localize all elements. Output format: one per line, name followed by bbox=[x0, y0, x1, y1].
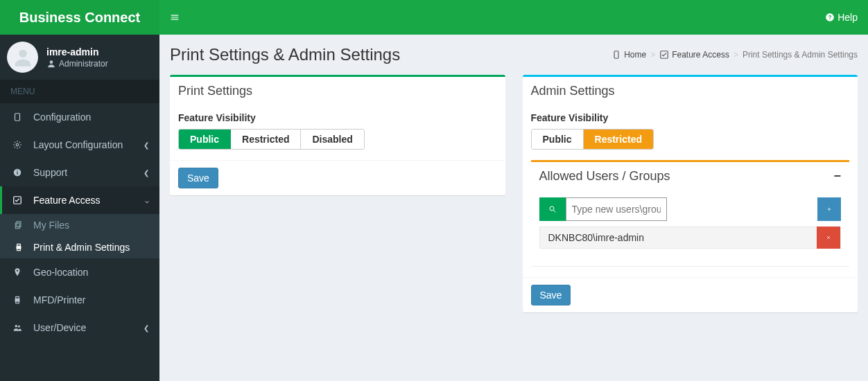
print-visibility-group: Public Restricted Disabled bbox=[178, 129, 365, 150]
allowed-users-box: Allowed Users / Groups − bbox=[531, 160, 850, 267]
admin-settings-box: Admin Settings Feature Visibility Public… bbox=[523, 75, 858, 312]
sidebar-link-layout[interactable]: Layout Configuration ❮ bbox=[0, 131, 159, 159]
chevron-left-icon: ❮ bbox=[144, 324, 149, 332]
print-opt-disabled[interactable]: Disabled bbox=[301, 130, 363, 149]
breadcrumb-section[interactable]: Feature Access bbox=[672, 50, 729, 60]
allowed-users-header: Allowed Users / Groups − bbox=[531, 162, 850, 190]
svg-rect-7 bbox=[17, 172, 17, 175]
svg-rect-13 bbox=[17, 244, 21, 246]
tablet-icon bbox=[12, 112, 26, 122]
info-icon bbox=[12, 168, 26, 177]
sidebar-item-feature-access: Feature Access ⌵ My Files Print & Admin … bbox=[0, 186, 159, 258]
print-opt-public[interactable]: Public bbox=[179, 130, 231, 149]
breadcrumb-sep: > bbox=[734, 50, 738, 60]
sidebar-item-mfd: MFD/Printer bbox=[0, 286, 159, 314]
breadcrumb-home[interactable]: Home bbox=[624, 50, 646, 60]
user-panel: imre-admin Administrator bbox=[0, 35, 159, 80]
svg-rect-11 bbox=[15, 223, 19, 229]
admin-save-button[interactable]: Save bbox=[531, 285, 571, 305]
remove-user-button[interactable] bbox=[817, 227, 840, 249]
sidebar-label: Configuration bbox=[33, 112, 91, 123]
content-wrapper: Print Settings & Admin Settings Home > F… bbox=[159, 35, 868, 381]
sidebar-menu: Configuration Layout Configuration ❮ Sup… bbox=[0, 103, 159, 342]
svg-rect-14 bbox=[17, 249, 21, 251]
allowed-user-row: DKNBC80\imre-admin bbox=[539, 227, 842, 249]
sidebar-link-feature-access[interactable]: Feature Access ⌵ bbox=[0, 186, 159, 214]
admin-fv-label: Feature Visibility bbox=[531, 112, 850, 123]
check-square-icon bbox=[659, 50, 669, 60]
sidebar-item-support: Support ❮ bbox=[0, 159, 159, 186]
tablet-icon bbox=[611, 50, 621, 60]
files-icon bbox=[14, 220, 28, 230]
page-title: Print Settings & Admin Settings bbox=[170, 45, 400, 64]
sidebar-sublink-print-admin[interactable]: Print & Admin Settings bbox=[0, 236, 159, 258]
svg-rect-8 bbox=[17, 170, 17, 171]
user-role: Administrator bbox=[46, 59, 108, 69]
sidebar-label: Geo-location bbox=[33, 267, 88, 278]
chevron-down-icon: ⌵ bbox=[145, 197, 149, 204]
search-icon bbox=[548, 204, 557, 214]
print-settings-box: Print Settings Feature Visibility Public… bbox=[170, 75, 505, 195]
user-small-icon bbox=[46, 59, 56, 69]
sidebar-link-mfd[interactable]: MFD/Printer bbox=[0, 286, 159, 314]
allowed-user-name: DKNBC80\imre-admin bbox=[548, 232, 644, 243]
user-role-label: Administrator bbox=[59, 59, 108, 69]
help-icon: ? bbox=[825, 12, 835, 22]
sidebar-link-support[interactable]: Support ❮ bbox=[0, 159, 159, 186]
svg-rect-4 bbox=[15, 114, 20, 121]
sidebar: imre-admin Administrator MENU Configurat… bbox=[0, 35, 159, 381]
sidebar-sub-my-files: My Files bbox=[0, 214, 159, 236]
svg-point-15 bbox=[17, 270, 18, 272]
sidebar-item-geolocation: Geo-location bbox=[0, 258, 159, 286]
admin-settings-column: Admin Settings Feature Visibility Public… bbox=[523, 75, 858, 326]
menu-header: MENU bbox=[0, 80, 159, 103]
sidebar-label: Support bbox=[33, 167, 67, 178]
help-link[interactable]: ? Help bbox=[825, 12, 858, 23]
sidebar-link-user-device[interactable]: User/Device ❮ bbox=[0, 314, 159, 342]
svg-rect-18 bbox=[16, 301, 19, 303]
allowed-users-title: Allowed Users / Groups bbox=[539, 169, 670, 184]
add-user-row bbox=[539, 197, 842, 221]
sidebar-sublink-my-files[interactable]: My Files bbox=[0, 214, 159, 236]
sidebar-submenu: My Files Print & Admin Settings bbox=[0, 214, 159, 258]
sidebar-sublabel: My Files bbox=[33, 220, 69, 231]
add-user-button[interactable] bbox=[817, 197, 841, 221]
chevron-left-icon: ❮ bbox=[144, 141, 149, 149]
sidebar-sub-print-admin: Print & Admin Settings bbox=[0, 236, 159, 258]
collapse-toggle[interactable]: − bbox=[833, 169, 841, 184]
sidebar-link-geolocation[interactable]: Geo-location bbox=[0, 258, 159, 286]
breadcrumb-current: Print Settings & Admin Settings bbox=[743, 50, 858, 60]
user-search-input[interactable] bbox=[566, 197, 667, 221]
hamburger-icon bbox=[170, 12, 180, 22]
print-opt-restricted[interactable]: Restricted bbox=[231, 130, 301, 149]
svg-rect-21 bbox=[614, 51, 618, 59]
svg-point-3 bbox=[50, 60, 53, 64]
users-icon bbox=[12, 323, 26, 333]
admin-opt-restricted[interactable]: Restricted bbox=[584, 130, 653, 149]
brand-logo[interactable]: Business Connect bbox=[0, 0, 159, 35]
sidebar-link-configuration[interactable]: Configuration bbox=[0, 103, 159, 131]
admin-opt-public[interactable]: Public bbox=[532, 130, 584, 149]
admin-visibility-group: Public Restricted bbox=[531, 129, 654, 150]
breadcrumb-sep: > bbox=[650, 50, 655, 60]
brand-text: Business Connect bbox=[19, 10, 140, 26]
svg-text:?: ? bbox=[828, 15, 832, 21]
svg-point-23 bbox=[550, 206, 554, 211]
print-settings-title: Print Settings bbox=[170, 77, 505, 105]
print-save-button[interactable]: Save bbox=[178, 168, 218, 188]
svg-rect-10 bbox=[17, 222, 21, 227]
content-header: Print Settings & Admin Settings Home > F… bbox=[159, 35, 868, 71]
user-icon bbox=[11, 46, 35, 69]
print-settings-column: Print Settings Feature Visibility Public… bbox=[170, 75, 505, 209]
avatar bbox=[7, 42, 38, 73]
close-icon bbox=[826, 233, 831, 242]
search-user-button[interactable] bbox=[539, 197, 566, 221]
breadcrumb: Home > Feature Access > Print Settings &… bbox=[611, 50, 858, 60]
sidebar-item-user-device: User/Device ❮ bbox=[0, 314, 159, 342]
check-square-icon bbox=[12, 195, 26, 205]
print-fv-label: Feature Visibility bbox=[178, 112, 497, 123]
sidebar-item-configuration: Configuration bbox=[0, 103, 159, 131]
sidebar-toggle[interactable] bbox=[170, 12, 180, 22]
sidebar-label: Feature Access bbox=[33, 195, 101, 206]
help-label: Help bbox=[837, 12, 858, 23]
